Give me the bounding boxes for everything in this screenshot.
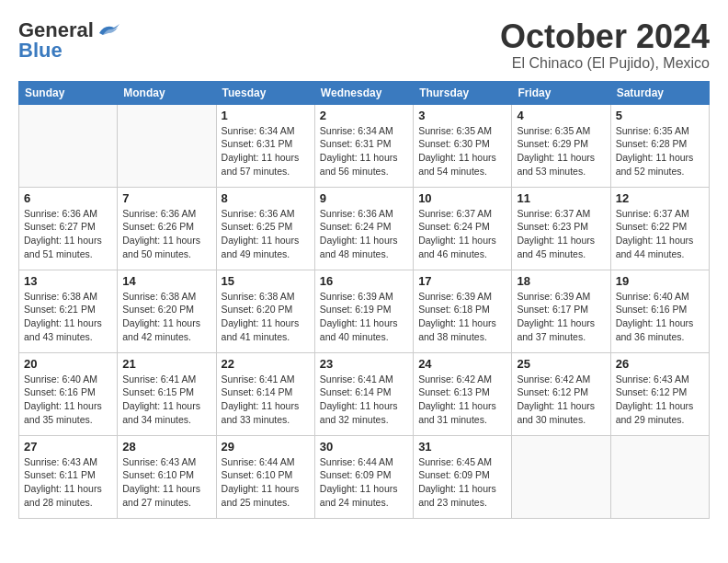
day-info: Sunrise: 6:36 AMSunset: 6:27 PMDaylight:… [24,207,112,261]
day-info: Sunrise: 6:35 AMSunset: 6:30 PMDaylight:… [418,124,506,178]
day-info: Sunrise: 6:38 AMSunset: 6:21 PMDaylight:… [24,290,112,344]
page-header: General Blue October 2024 El Chinaco (El… [18,18,710,72]
calendar-cell [610,435,709,518]
day-number: 8 [222,191,310,205]
calendar-header-monday: Monday [118,81,216,104]
day-info: Sunrise: 6:35 AMSunset: 6:29 PMDaylight:… [517,124,605,178]
logo-bird-icon [96,20,121,40]
day-number: 13 [24,274,112,288]
day-info: Sunrise: 6:44 AMSunset: 6:09 PMDaylight:… [320,455,408,510]
calendar-cell: 1Sunrise: 6:34 AMSunset: 6:31 PMDaylight… [216,104,314,187]
calendar-cell: 22Sunrise: 6:41 AMSunset: 6:14 PMDayligh… [216,352,314,435]
day-info: Sunrise: 6:34 AMSunset: 6:31 PMDaylight:… [320,124,408,178]
calendar-cell [19,104,118,187]
day-info: Sunrise: 6:39 AMSunset: 6:17 PMDaylight:… [517,290,605,344]
day-info: Sunrise: 6:40 AMSunset: 6:16 PMDaylight:… [24,373,112,427]
calendar-header-sunday: Sunday [19,81,118,104]
calendar-cell: 2Sunrise: 6:34 AMSunset: 6:31 PMDaylight… [314,104,413,187]
day-info: Sunrise: 6:36 AMSunset: 6:26 PMDaylight:… [122,207,210,261]
calendar-cell: 15Sunrise: 6:38 AMSunset: 6:20 PMDayligh… [216,270,314,352]
calendar-cell: 10Sunrise: 6:37 AMSunset: 6:24 PMDayligh… [414,187,512,270]
calendar-cell: 27Sunrise: 6:43 AMSunset: 6:11 PMDayligh… [19,435,118,518]
month-title: October 2024 [500,18,710,55]
calendar-cell: 29Sunrise: 6:44 AMSunset: 6:10 PMDayligh… [216,435,314,518]
day-info: Sunrise: 6:34 AMSunset: 6:31 PMDaylight:… [222,124,310,178]
day-info: Sunrise: 6:38 AMSunset: 6:20 PMDaylight:… [222,290,310,344]
calendar-cell: 7Sunrise: 6:36 AMSunset: 6:26 PMDaylight… [118,187,216,270]
day-number: 1 [222,109,310,122]
calendar-cell: 13Sunrise: 6:38 AMSunset: 6:21 PMDayligh… [19,270,118,352]
day-number: 25 [517,357,605,371]
calendar-cell: 24Sunrise: 6:42 AMSunset: 6:13 PMDayligh… [414,352,512,435]
day-info: Sunrise: 6:37 AMSunset: 6:24 PMDaylight:… [418,207,506,261]
day-info: Sunrise: 6:39 AMSunset: 6:19 PMDaylight:… [320,290,408,344]
day-info: Sunrise: 6:41 AMSunset: 6:14 PMDaylight:… [320,373,408,427]
day-info: Sunrise: 6:38 AMSunset: 6:20 PMDaylight:… [122,290,210,344]
calendar-cell: 3Sunrise: 6:35 AMSunset: 6:30 PMDaylight… [414,104,512,187]
day-info: Sunrise: 6:45 AMSunset: 6:09 PMDaylight:… [418,455,506,510]
day-number: 15 [222,274,310,288]
day-number: 22 [222,357,310,371]
calendar-header-tuesday: Tuesday [216,81,314,104]
day-number: 23 [320,357,408,371]
logo: General Blue [18,18,121,63]
calendar-cell: 16Sunrise: 6:39 AMSunset: 6:19 PMDayligh… [314,270,413,352]
day-number: 5 [616,109,704,122]
calendar-cell: 11Sunrise: 6:37 AMSunset: 6:23 PMDayligh… [512,187,610,270]
calendar-cell: 17Sunrise: 6:39 AMSunset: 6:18 PMDayligh… [414,270,512,352]
day-info: Sunrise: 6:43 AMSunset: 6:12 PMDaylight:… [616,373,704,427]
calendar-cell: 26Sunrise: 6:43 AMSunset: 6:12 PMDayligh… [610,352,709,435]
calendar-header-thursday: Thursday [414,81,512,104]
calendar-cell: 5Sunrise: 6:35 AMSunset: 6:28 PMDaylight… [610,104,709,187]
day-number: 28 [122,440,210,454]
calendar-header-wednesday: Wednesday [314,81,413,104]
day-number: 30 [320,440,408,454]
calendar-cell: 25Sunrise: 6:42 AMSunset: 6:12 PMDayligh… [512,352,610,435]
day-number: 29 [222,440,310,454]
calendar-cell: 4Sunrise: 6:35 AMSunset: 6:29 PMDaylight… [512,104,610,187]
calendar-header-row: SundayMondayTuesdayWednesdayThursdayFrid… [19,81,710,104]
day-number: 27 [24,440,112,454]
day-number: 19 [616,274,704,288]
day-number: 20 [24,357,112,371]
day-info: Sunrise: 6:43 AMSunset: 6:11 PMDaylight:… [24,455,112,510]
day-number: 9 [320,191,408,205]
day-info: Sunrise: 6:44 AMSunset: 6:10 PMDaylight:… [222,455,310,510]
day-number: 4 [517,109,605,122]
day-number: 7 [122,191,210,205]
day-number: 31 [418,440,506,454]
calendar-cell: 14Sunrise: 6:38 AMSunset: 6:20 PMDayligh… [118,270,216,352]
calendar-cell: 21Sunrise: 6:41 AMSunset: 6:15 PMDayligh… [118,352,216,435]
day-info: Sunrise: 6:41 AMSunset: 6:14 PMDaylight:… [222,373,310,427]
calendar-week-row: 6Sunrise: 6:36 AMSunset: 6:27 PMDaylight… [19,187,710,270]
calendar-table: SundayMondayTuesdayWednesdayThursdayFrid… [18,81,710,519]
calendar-cell: 28Sunrise: 6:43 AMSunset: 6:10 PMDayligh… [118,435,216,518]
location-title: El Chinaco (El Pujido), Mexico [500,55,710,72]
day-number: 6 [24,191,112,205]
calendar-cell: 8Sunrise: 6:36 AMSunset: 6:25 PMDaylight… [216,187,314,270]
day-info: Sunrise: 6:37 AMSunset: 6:22 PMDaylight:… [616,207,704,261]
calendar-week-row: 13Sunrise: 6:38 AMSunset: 6:21 PMDayligh… [19,270,710,352]
title-block: October 2024 El Chinaco (El Pujido), Mex… [500,18,710,72]
calendar-cell: 31Sunrise: 6:45 AMSunset: 6:09 PMDayligh… [414,435,512,518]
day-number: 24 [418,357,506,371]
calendar-header-friday: Friday [512,81,610,104]
calendar-week-row: 1Sunrise: 6:34 AMSunset: 6:31 PMDaylight… [19,104,710,187]
day-number: 16 [320,274,408,288]
calendar-header-saturday: Saturday [610,81,709,104]
calendar-cell: 20Sunrise: 6:40 AMSunset: 6:16 PMDayligh… [19,352,118,435]
calendar-cell: 9Sunrise: 6:36 AMSunset: 6:24 PMDaylight… [314,187,413,270]
day-number: 17 [418,274,506,288]
calendar-cell [512,435,610,518]
day-info: Sunrise: 6:41 AMSunset: 6:15 PMDaylight:… [122,373,210,427]
day-info: Sunrise: 6:35 AMSunset: 6:28 PMDaylight:… [616,124,704,178]
day-number: 26 [616,357,704,371]
day-info: Sunrise: 6:40 AMSunset: 6:16 PMDaylight:… [616,290,704,344]
calendar-cell: 6Sunrise: 6:36 AMSunset: 6:27 PMDaylight… [19,187,118,270]
day-info: Sunrise: 6:39 AMSunset: 6:18 PMDaylight:… [418,290,506,344]
calendar-week-row: 20Sunrise: 6:40 AMSunset: 6:16 PMDayligh… [19,352,710,435]
calendar-cell: 12Sunrise: 6:37 AMSunset: 6:22 PMDayligh… [610,187,709,270]
day-number: 11 [517,191,605,205]
day-number: 2 [320,109,408,122]
calendar-week-row: 27Sunrise: 6:43 AMSunset: 6:11 PMDayligh… [19,435,710,518]
